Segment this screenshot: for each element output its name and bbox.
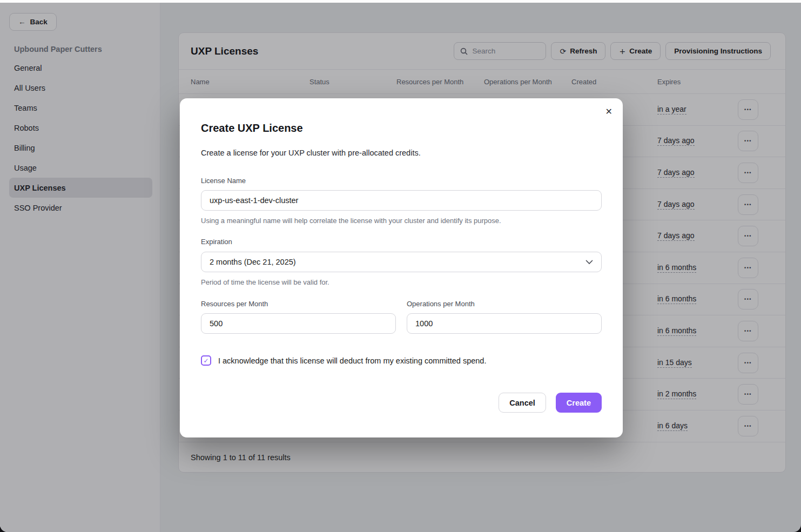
resources-input[interactable] — [201, 313, 396, 334]
check-icon: ✓ — [203, 357, 208, 365]
create-uxp-license-dialog: ✕ Create UXP License Create a license fo… — [180, 98, 623, 437]
acknowledge-label: I acknowledge that this license will ded… — [218, 356, 486, 365]
dialog-title: Create UXP License — [201, 122, 602, 134]
cancel-button[interactable]: Cancel — [499, 393, 546, 413]
operations-input[interactable] — [407, 313, 602, 334]
expiration-value: 2 months (Dec 21, 2025) — [210, 258, 296, 266]
dialog-actions: Cancel Create — [201, 393, 602, 413]
app-window: ← Back Upbound Paper Cutters General All… — [0, 0, 801, 532]
expiration-select[interactable]: 2 months (Dec 21, 2025) — [201, 252, 602, 272]
acknowledge-checkbox[interactable]: ✓ — [201, 355, 211, 366]
expiration-help: Period of time the license will be valid… — [201, 278, 602, 286]
window-top-edge — [0, 0, 801, 3]
chevron-down-icon — [585, 260, 593, 265]
close-icon[interactable]: ✕ — [605, 106, 612, 117]
license-name-input[interactable] — [201, 190, 602, 211]
operations-label: Operations per Month — [407, 300, 602, 308]
license-name-label: License Name — [201, 177, 602, 185]
license-name-help: Using a meaningful name will help correl… — [201, 217, 602, 225]
dialog-description: Create a license for your UXP cluster wi… — [201, 149, 602, 157]
expiration-label: Expiration — [201, 238, 602, 246]
resources-label: Resources per Month — [201, 300, 396, 308]
create-license-button[interactable]: Create — [556, 393, 602, 413]
